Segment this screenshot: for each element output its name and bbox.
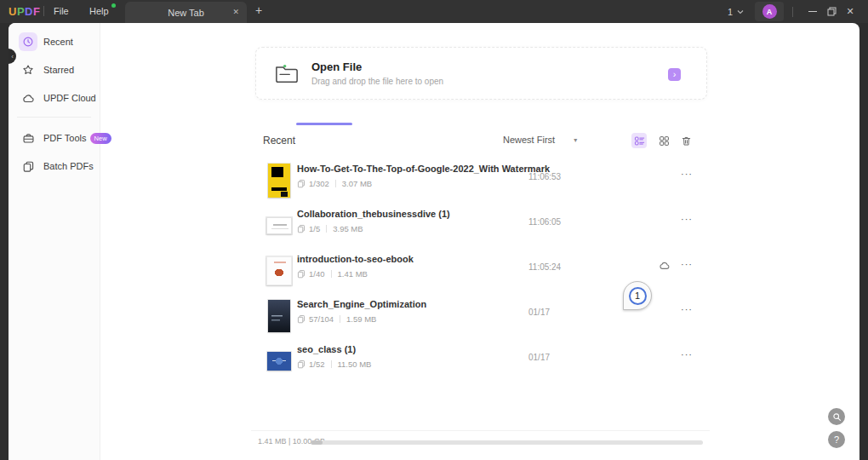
cloud-icon bbox=[19, 89, 37, 107]
account-button[interactable]: A bbox=[755, 2, 784, 21]
star-icon bbox=[19, 60, 37, 79]
pages-icon bbox=[297, 359, 306, 369]
sidebar-item-pdf-tools[interactable]: PDF Tools New bbox=[9, 128, 100, 148]
chevron-down-icon[interactable] bbox=[736, 8, 745, 16]
storage-progress-fill bbox=[311, 440, 323, 445]
open-file-dropzone[interactable]: Open File Drag and drop the file here to… bbox=[255, 47, 707, 100]
more-options-icon[interactable]: ··· bbox=[681, 349, 693, 359]
file-name: introduction-to-seo-ebook bbox=[297, 254, 414, 264]
file-meta: 1/40 1.41 MB bbox=[297, 269, 368, 279]
minimize-icon bbox=[808, 11, 817, 12]
file-meta: 1/52 11.50 MB bbox=[297, 359, 371, 369]
file-thumbnail bbox=[262, 341, 296, 381]
file-time: 11:06:05 bbox=[528, 217, 561, 227]
pages-icon bbox=[297, 269, 306, 279]
file-time: 11:06:53 bbox=[528, 172, 561, 181]
meta-divider bbox=[331, 360, 332, 368]
cloud-upload-icon[interactable] bbox=[659, 260, 671, 271]
new-badge: New bbox=[90, 133, 111, 144]
help-button[interactable]: ? bbox=[828, 431, 845, 448]
tab-new-tab[interactable]: New Tab ✕ bbox=[125, 2, 247, 23]
tab-count[interactable]: 1 bbox=[728, 7, 733, 17]
logo-letter: F bbox=[33, 5, 40, 18]
file-meta: 1/5 3.95 MB bbox=[297, 224, 363, 233]
file-pages: 1/40 bbox=[309, 269, 325, 279]
file-pages: 1/52 bbox=[309, 359, 325, 369]
folder-icon bbox=[273, 61, 300, 85]
sidebar-item-label: Recent bbox=[43, 37, 73, 47]
sidebar-item-label: Batch PDFs bbox=[43, 161, 94, 171]
storage-progress-bar bbox=[311, 440, 703, 445]
file-meta: 57/104 1.59 MB bbox=[297, 314, 376, 324]
toolbox-icon bbox=[19, 129, 37, 147]
close-button[interactable]: ✕ bbox=[841, 2, 859, 21]
sidebar-item-label: UPDF Cloud bbox=[43, 93, 96, 103]
updf-logo: UPDF bbox=[9, 5, 40, 18]
menu-help[interactable]: Help bbox=[89, 6, 109, 16]
file-name: Collaboration_thebusinessdive (1) bbox=[297, 209, 450, 219]
more-options-icon[interactable]: ··· bbox=[681, 304, 693, 314]
delete-button[interactable] bbox=[678, 133, 694, 148]
sort-dropdown[interactable]: Newest First ▾ bbox=[503, 135, 577, 145]
logo-letter: U bbox=[9, 5, 17, 18]
sidebar: Recent Starred UPDF Cloud PDF Tools New bbox=[9, 23, 100, 460]
clock-icon bbox=[19, 32, 37, 51]
sidebar-item-batch-pdfs[interactable]: Batch PDFs bbox=[9, 156, 100, 176]
file-size: 1.59 MB bbox=[346, 314, 376, 324]
restore-button[interactable] bbox=[822, 2, 841, 21]
close-icon: ✕ bbox=[846, 6, 854, 17]
file-meta: 1/302 3.07 MB bbox=[297, 179, 372, 188]
meta-divider bbox=[340, 315, 340, 323]
scroll-indicator bbox=[296, 123, 352, 125]
file-pages: 1/5 bbox=[309, 224, 320, 233]
collapse-icon: ‹ bbox=[11, 53, 14, 60]
search-button[interactable] bbox=[828, 408, 845, 425]
titlebar-separator bbox=[792, 7, 793, 17]
list-bottom-divider bbox=[251, 430, 710, 431]
titlebar: UPDF File Help New Tab ✕ + 1 A ✕ bbox=[0, 0, 868, 23]
file-row[interactable]: seo_class (1) 1/52 11.50 MB 01/17 ··· bbox=[251, 338, 710, 383]
avatar[interactable]: A bbox=[762, 4, 777, 19]
tab-close-icon[interactable]: ✕ bbox=[232, 7, 239, 18]
tab-label: New Tab bbox=[168, 8, 204, 18]
file-name: seo_class (1) bbox=[297, 344, 356, 354]
trash-icon bbox=[681, 135, 692, 147]
sidebar-item-label: Starred bbox=[43, 65, 74, 75]
sidebar-divider bbox=[17, 117, 91, 118]
restore-icon bbox=[827, 7, 837, 16]
list-view-button[interactable] bbox=[631, 133, 647, 148]
grid-view-icon bbox=[659, 135, 670, 147]
file-thumbnail bbox=[262, 205, 296, 245]
logo-letter: D bbox=[25, 5, 33, 18]
file-row[interactable]: Collaboration_thebusinessdive (1) 1/5 3.… bbox=[251, 203, 710, 248]
open-file-arrow-button[interactable]: › bbox=[668, 68, 681, 81]
question-mark-icon: ? bbox=[834, 434, 839, 445]
minimize-button[interactable] bbox=[803, 2, 822, 21]
file-row[interactable]: How-To-Get-To-The-Top-of-Google-2022_Wit… bbox=[251, 158, 710, 203]
app-window: ‹ Recent Starred UPDF Cloud PDF Tools bbox=[9, 23, 859, 460]
file-name: Search_Engine_Optimization bbox=[297, 299, 426, 309]
pages-icon bbox=[297, 314, 306, 324]
file-pages: 1/302 bbox=[309, 179, 329, 188]
file-size: 11.50 MB bbox=[338, 359, 372, 369]
open-file-texts: Open File Drag and drop the file here to… bbox=[311, 60, 443, 86]
search-icon bbox=[832, 412, 842, 422]
file-time: 01/17 bbox=[528, 353, 550, 362]
file-thumbnail bbox=[262, 160, 296, 200]
menu-file[interactable]: File bbox=[54, 6, 69, 16]
more-options-icon[interactable]: ··· bbox=[681, 214, 693, 224]
sort-selected-value: Newest First bbox=[503, 135, 555, 145]
batch-icon bbox=[19, 157, 37, 175]
file-thumbnail bbox=[262, 250, 296, 290]
file-size: 3.07 MB bbox=[342, 179, 372, 188]
new-tab-button[interactable]: + bbox=[252, 3, 266, 17]
logo-letter: P bbox=[17, 5, 25, 18]
sidebar-item-updf-cloud[interactable]: UPDF Cloud bbox=[9, 88, 100, 108]
step-annotation-number: 1 bbox=[629, 287, 647, 305]
sidebar-item-recent[interactable]: Recent bbox=[9, 32, 100, 52]
pages-icon bbox=[297, 224, 306, 233]
sidebar-item-starred[interactable]: Starred bbox=[9, 60, 100, 80]
more-options-icon[interactable]: ··· bbox=[681, 259, 693, 269]
more-options-icon[interactable]: ··· bbox=[681, 169, 693, 179]
grid-view-button[interactable] bbox=[656, 133, 671, 148]
